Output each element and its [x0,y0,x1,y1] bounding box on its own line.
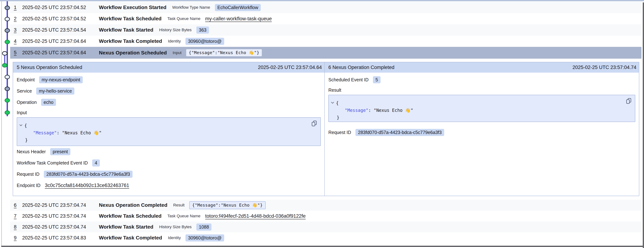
timeline-node-9 [5,99,10,102]
event-row-4[interactable]: 4 2025-02-25 UTC 23:57:04.64 Workflow Ta… [10,35,642,47]
field-operation: Operation echo [17,97,321,108]
event-number-link[interactable]: 6 [14,203,22,208]
collapse-chevron-icon[interactable] [331,102,334,104]
event-name: Workflow Task Completed [99,38,162,44]
timeline-node-1 [5,6,10,10]
event-timestamp: 2025-02-25 UTC 23:57:04.64 [22,50,99,55]
workflow-history-view: 1 2025-02-25 UTC 23:57:04.52 Workflow Ex… [0,0,644,248]
field-request-id: Request ID 283fd070-d57a-4423-bdca-c5c77… [17,169,321,180]
event-name: Workflow Task Scheduled [99,16,162,22]
event-row-6[interactable]: 6 2025-02-25 UTC 23:57:04.74 Nexus Opera… [10,200,642,211]
event-row-8[interactable]: 8 2025-02-25 UTC 23:57:04.74 Workflow Ta… [10,222,642,232]
event-attr-value-badge: 30960@totoro@ [186,38,224,45]
event-name: Workflow Execution Started [99,4,166,10]
event-number-link[interactable]: 1 [14,5,22,10]
event-attr-label: Result [173,203,184,208]
detail-header-timestamp: 2025-02-25 UTC 23:57:04.64 [258,65,322,70]
event-attr-label: Task Queue Name [167,214,200,219]
json-colon: : [57,130,62,135]
event-timestamp: 2025-02-25 UTC 23:57:04.83 [22,235,99,241]
event-number-link[interactable]: 7 [14,213,22,219]
json-line: { [336,99,635,107]
field-label: Request ID [328,130,351,135]
field-label: Input [17,110,27,115]
event-name: Workflow Task Started [99,27,153,33]
field-service: Service my-hello-service [17,85,321,97]
json-brace: { [24,123,27,128]
field-wtc-event-id: Workflow Task Completed Event ID 4 [17,157,321,169]
event-row-3[interactable]: 3 2025-02-25 UTC 23:57:04.54 Workflow Ta… [10,24,642,35]
vertical-scrollbar[interactable] [643,2,644,248]
scheduled-event-id-badge: 5 [373,76,380,83]
event-row-7[interactable]: 7 2025-02-25 UTC 23:57:04.74 Workflow Ta… [10,211,642,222]
timeline-node-5-branch [2,51,7,55]
copy-icon[interactable] [626,98,632,105]
timeline-node-end [5,111,10,115]
field-label: Endpoint [17,77,35,82]
field-label: Scheduled Event ID [328,77,368,82]
input-json-viewer: { "Message": "Nexus Echo 👋" } [17,117,321,146]
timeline-node-7 [5,75,10,79]
request-id-badge: 283fd070-d57a-4423-bdca-c5c779e6a3f3 [356,129,444,136]
event-number-link[interactable]: 8 [14,224,22,230]
event-timestamp: 2025-02-25 UTC 23:57:04.74 [22,224,99,230]
event-attr-value-badge: 1088 [196,224,212,231]
event-timestamp: 2025-02-25 UTC 23:57:04.64 [22,38,99,44]
field-result-label: Result [328,85,635,95]
event-row-1[interactable]: 1 2025-02-25 UTC 23:57:04.52 Workflow Ex… [10,2,642,13]
event-timestamp: 2025-02-25 UTC 23:57:04.52 [22,5,99,10]
service-badge: my-hello-service [36,87,74,95]
event-number-link[interactable]: 5 [14,50,22,55]
event-number-link[interactable]: 2 [14,16,22,22]
field-endpoint: Endpoint my-nexus-endpoint [17,74,321,85]
field-endpoint-id: Endpoint ID 3c0c75ccfa8144b092c13ce63246… [17,180,321,191]
field-label: Request ID [17,172,40,177]
event-name: Workflow Task Scheduled [99,213,162,219]
task-queue-link[interactable]: my-caller-workflow-task-queue [205,16,272,22]
event-number-link[interactable]: 9 [14,235,22,241]
field-label: Result [328,87,341,93]
table-top-border [0,0,644,1]
json-brace: } [25,138,28,143]
detail-header-title: 6 Nexus Operation Completed [328,65,394,70]
copy-icon[interactable] [311,120,317,127]
event-name: Nexus Operation Scheduled [99,50,167,56]
endpoint-badge: my-nexus-endpoint [39,76,83,83]
field-label: Nexus Header [17,149,46,154]
event-row-2[interactable]: 2 2025-02-25 UTC 23:57:04.52 Workflow Ta… [10,13,642,24]
json-line: } [336,114,635,121]
timeline-node-8 [5,87,10,91]
json-line: "Message": "Nexus Echo 👋" [33,129,320,137]
event-timestamp: 2025-02-25 UTC 23:57:04.52 [22,16,99,22]
field-label: Workflow Task Completed Event ID [17,160,88,166]
event-attr-label: Task Queue Name [167,16,200,21]
event-name: Workflow Task Started [99,224,153,230]
collapse-chevron-icon[interactable] [19,124,22,126]
field-label: Endpoint ID [17,183,40,188]
field-input-label: Input [17,108,321,117]
json-value: "Nexus Echo 👋" [62,130,102,135]
task-queue-link[interactable]: totoro:f494fecf-2d51-4d48-bdcd-036a0f912… [205,213,306,219]
detail-body: Scheduled Event ID 5 Result { "Message":… [325,73,639,138]
table-bottom-border [1,246,643,247]
field-request-id: Request ID 283fd070-d57a-4423-bdca-c5c77… [328,127,635,138]
event-number-link[interactable]: 3 [14,27,22,33]
event-attr-label: Workflow Type Name [172,5,210,10]
event-attr-value-badge: 30960@totoro@ [186,234,224,242]
event-name: Nexus Operation Completed [99,202,168,208]
result-json-viewer: { "Message": "Nexus Echo 👋" } [328,95,635,122]
timeline-node-3 [5,29,10,32]
event-row-5-selected[interactable]: 5 2025-02-25 UTC 23:57:04.64 Nexus Opera… [10,47,642,59]
event-name: Workflow Task Completed [99,235,162,241]
json-key: "Message" [33,130,57,135]
event-number-link[interactable]: 4 [14,38,22,44]
event-timestamp: 2025-02-25 UTC 23:57:04.54 [22,27,99,33]
field-label: Service [17,88,32,94]
event-attr-value-badge: 363 [196,26,209,33]
endpoint-id-link[interactable]: 3c0c75ccfa8144b092c13ce632463761 [45,183,129,188]
event-timestamp: 2025-02-25 UTC 23:57:04.74 [22,213,99,219]
detail-header-timestamp: 2025-02-25 UTC 23:57:04.74 [572,65,636,70]
json-line: { [24,122,320,129]
event-row-9[interactable]: 9 2025-02-25 UTC 23:57:04.83 Workflow Ta… [10,232,642,243]
event-timestamp: 2025-02-25 UTC 23:57:04.74 [22,203,99,208]
